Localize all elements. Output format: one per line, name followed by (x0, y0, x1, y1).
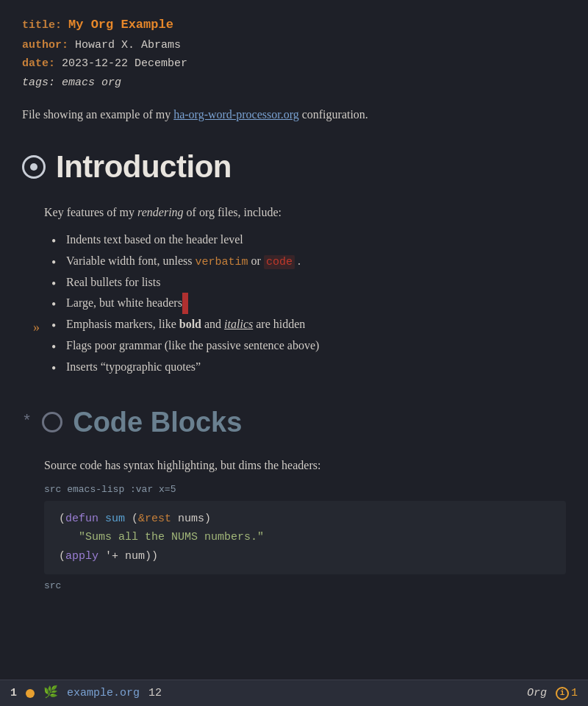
list-item-text-before: Emphasis markers, like (66, 318, 179, 330)
status-mode: Org (527, 685, 547, 702)
meta-title-value: My Org Example (68, 18, 173, 32)
list-item-text-before: Variable width font, unless (66, 254, 196, 267)
code-src-label: src emacs-lisp :var x=5 (44, 482, 566, 498)
code-line-1: (defun sum (&rest nums) (59, 510, 551, 529)
meta-tags-value: emacs org (62, 76, 121, 89)
code-string: "Sums all the NUMS numbers." (79, 531, 264, 543)
code-apply-open: ( (59, 550, 65, 563)
list-item-text-mid: and (204, 318, 224, 330)
section1-intro-before: Key features of my (44, 206, 137, 218)
list-item-text-after: are hidden (256, 318, 305, 330)
list-item-text-after: . (298, 254, 301, 267)
code-paren: ( (59, 513, 65, 525)
list-item: Flags poor grammar (like the passive sen… (51, 335, 566, 357)
meta-date-value: 2023-12-22 December (62, 57, 187, 70)
status-info-icon: i (556, 687, 569, 700)
status-info-badge: i 1 (556, 685, 578, 702)
code-src-end: src (44, 579, 566, 594)
verbatim-text: verbatim (196, 256, 248, 268)
code-line-3: (apply '+ num)) (59, 547, 551, 566)
status-dot-indicator (26, 689, 35, 698)
status-info-count: 1 (571, 685, 578, 702)
status-bar: 1 🌿 example.org 12 Org i 1 (0, 680, 588, 706)
section1-bullet-inner (30, 163, 37, 171)
list-item: Variable width font, unless verbatim or … (51, 251, 566, 272)
list-item: Real bullets for lists (51, 272, 566, 293)
code-param-name: nums) (171, 513, 211, 525)
passive-arrow-icon: » (33, 315, 40, 339)
list-item: Large, but white headers (51, 293, 566, 314)
section1-body: Key features of my rendering of org file… (44, 203, 566, 377)
meta-tags-line: tags: emacs org (22, 74, 566, 93)
code-keyword-defun: defun (65, 513, 98, 525)
code-space (98, 513, 105, 525)
section2-bullet-circle (42, 412, 62, 432)
section1-heading-text: Introduction (56, 142, 232, 191)
section2-heading-text: Code Blocks (73, 400, 242, 445)
code-apply-rest: '+ num)) (98, 550, 158, 563)
list-item-text: Indents text based on the header level (66, 233, 243, 246)
intro-text-before: File showing an example of my (22, 108, 173, 121)
text-cursor (182, 293, 188, 314)
code-params-open: ( (125, 513, 138, 525)
section1-intro: Key features of my rendering of org file… (44, 203, 566, 222)
section2-prefix: * (22, 409, 32, 435)
list-item-text: Real bullets for lists (66, 276, 160, 288)
main-content: title: My Org Example author: Howard X. … (0, 0, 588, 624)
section2-body: Source code has syntax highlighting, but… (44, 456, 566, 594)
bold-text: bold (179, 318, 201, 330)
status-emacs-icon: 🌿 (43, 684, 58, 703)
code-inline-text: code (264, 255, 295, 269)
meta-title-line: title: My Org Example (22, 15, 566, 36)
section2-heading: * Code Blocks (22, 400, 566, 445)
intro-paragraph: File showing an example of my ha-org-wor… (22, 105, 566, 124)
code-intro: Source code has syntax highlighting, but… (44, 456, 566, 475)
section1-intro-after: of org files, include: (187, 206, 282, 218)
section1-heading: Introduction (22, 142, 566, 191)
code-fn-name: sum (105, 513, 125, 525)
meta-author-value: Howard X. Abrams (75, 39, 181, 51)
intro-link[interactable]: ha-org-word-processor.org (173, 108, 298, 121)
meta-author-line: author: Howard X. Abrams (22, 36, 566, 55)
list-item: Indents text based on the header level (51, 229, 566, 251)
meta-author-key: author: (22, 39, 68, 51)
code-line-2: "Sums all the NUMS numbers." (59, 528, 551, 547)
code-param-rest: &rest (138, 513, 171, 525)
status-filename: example.org (67, 685, 140, 702)
list-item: Inserts “typographic quotes” (51, 357, 566, 378)
status-right: Org i 1 (527, 685, 578, 702)
code-indent (59, 531, 79, 543)
meta-block: title: My Org Example author: Howard X. … (22, 15, 566, 92)
meta-date-line: date: 2023-12-22 December (22, 54, 566, 74)
status-column: 12 (148, 685, 162, 702)
code-block: (defun sum (&rest nums) "Sums all the NU… (44, 501, 566, 575)
list-item-text: Inserts “typographic quotes” (66, 360, 201, 373)
list-item-text-before: Large, but white headers (66, 296, 182, 309)
meta-tags-key: tags: (22, 76, 55, 89)
intro-text-after: configuration. (302, 108, 368, 121)
meta-date-key: date: (22, 57, 55, 70)
list-item-passive: » Emphasis markers, like bold and italic… (51, 314, 566, 335)
feature-list: Indents text based on the header level V… (51, 229, 566, 378)
code-keyword-apply: apply (65, 550, 98, 563)
section1-intro-italic: rendering (137, 206, 184, 218)
list-item-text-mid: or (251, 254, 264, 267)
list-item-text: Flags poor grammar (like the passive sen… (66, 339, 319, 352)
section1-bullet-circle (22, 155, 46, 179)
status-line-number: 1 (10, 685, 17, 702)
italic-text: italics (224, 318, 253, 330)
meta-title-key: title: (22, 19, 62, 32)
